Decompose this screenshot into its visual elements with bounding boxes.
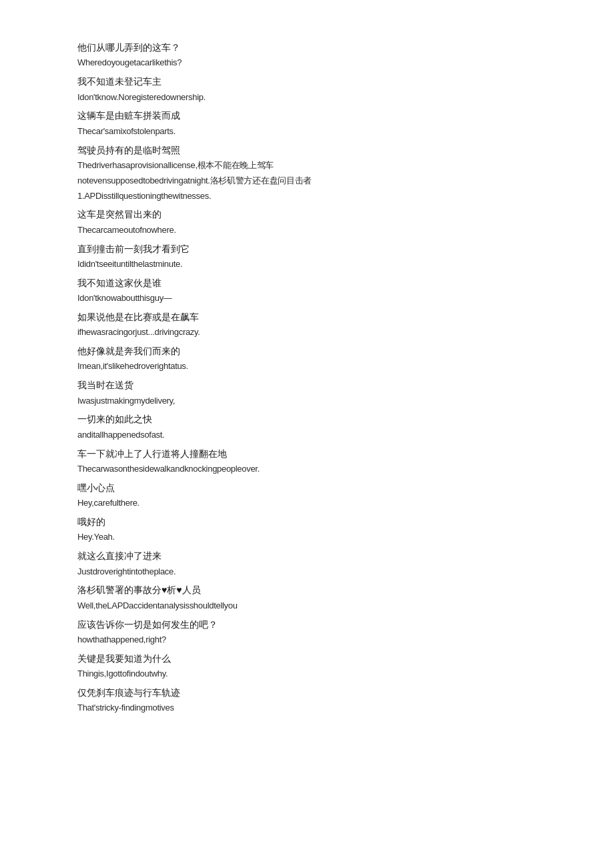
- pair-6: 直到撞击前一刻我才看到它 Ididn'tseeituntilthelastmin…: [77, 242, 537, 272]
- english-text: howthathappened,right?: [77, 633, 537, 647]
- english-text: 1.APDisstillquestioningthewitnesses.: [77, 189, 537, 203]
- chinese-text: 我当时在送货: [77, 378, 537, 392]
- chinese-text: 仅凭刹车痕迹与行车轨迹: [77, 685, 537, 700]
- chinese-text: 车一下就冲上了人行道将人撞翻在地: [77, 446, 537, 461]
- pair-12: 车一下就冲上了人行道将人撞翻在地 Thecarwasonthesidewalka…: [77, 446, 537, 476]
- english-text: That'stricky-findingmotives: [77, 701, 537, 715]
- chinese-text: 如果说他是在比赛或是在飙车: [77, 310, 537, 324]
- english-text: ifhewasracingorjust...drivingcrazy.: [77, 326, 537, 340]
- english-text: Idon'tknowaboutthisguy—: [77, 292, 537, 306]
- english-text: Thecarwasonthesidewalkandknockingpeopleo…: [77, 462, 537, 476]
- english-text: Thedriverhasaprovisionallicense,根本不能在晚上驾…: [77, 159, 537, 173]
- pair-18: 关键是我要知道为什么 Thingis,Igottofindoutwhy.: [77, 651, 537, 681]
- pair-9: 他好像就是奔我们而来的 Imean,it'slikehedroverightat…: [77, 344, 537, 374]
- english-text: Thecarcameoutofnowhere.: [77, 224, 537, 238]
- english-text: Thingis,Igottofindoutwhy.: [77, 667, 537, 681]
- english-text: Iwasjustmakingmydelivery,: [77, 394, 537, 408]
- english-text: Thecar'samixofstolenparts.: [77, 125, 537, 139]
- chinese-text: 关键是我要知道为什么: [77, 651, 537, 666]
- pair-13: 嘿小心点 Hey,carefulthere.: [77, 480, 537, 510]
- chinese-text: 他好像就是奔我们而来的: [77, 344, 537, 358]
- pair-3: 这辆车是由赃车拼装而成 Thecar'samixofstolenparts.: [77, 108, 537, 138]
- english-text: Wheredoyougetacarlikethis?: [77, 56, 537, 70]
- chinese-text: 就这么直接冲了进来: [77, 548, 537, 563]
- english-text: Idon'tknow.Noregisteredownership.: [77, 91, 537, 105]
- pair-14: 哦好的 Hey.Yeah.: [77, 514, 537, 544]
- english-text: notevensupposedtobedrivingatnight.洛杉矶警方还…: [77, 174, 537, 188]
- pair-15: 就这么直接冲了进来 Justdroverightintotheplace.: [77, 548, 537, 578]
- chinese-text: 这辆车是由赃车拼装而成: [77, 108, 537, 123]
- english-text: Hey.Yeah.: [77, 530, 537, 544]
- chinese-text: 他们从哪儿弄到的这车？: [77, 40, 537, 55]
- pair-17: 应该告诉你一切是如何发生的吧？ howthathappened,right?: [77, 617, 537, 647]
- english-text: anditallhappenedsofast.: [77, 428, 537, 442]
- chinese-text: 应该告诉你一切是如何发生的吧？: [77, 617, 537, 632]
- pair-7: 我不知道这家伙是谁 Idon'tknowaboutthisguy—: [77, 276, 537, 306]
- english-text: Ididn'tseeituntilthelastminute.: [77, 258, 537, 272]
- pair-19: 仅凭刹车痕迹与行车轨迹 That'stricky-findingmotives: [77, 685, 537, 715]
- pair-8: 如果说他是在比赛或是在飙车 ifhewasracingorjust...driv…: [77, 310, 537, 340]
- pair-2: 我不知道未登记车主 Idon'tknow.Noregisteredownersh…: [77, 74, 537, 104]
- chinese-text: 驾驶员持有的是临时驾照: [77, 143, 537, 157]
- chinese-text: 嘿小心点: [77, 480, 537, 495]
- main-content: 他们从哪儿弄到的这车？ Wheredoyougetacarlikethis? 我…: [77, 40, 537, 715]
- chinese-text: 直到撞击前一刻我才看到它: [77, 242, 537, 256]
- english-text: Hey,carefulthere.: [77, 496, 537, 510]
- english-text: Justdroverightintotheplace.: [77, 565, 537, 579]
- pair-16: 洛杉矶警署的事故分♥析♥人员 Well,theLAPDaccidentanaly…: [77, 582, 537, 612]
- chinese-text: 一切来的如此之快: [77, 412, 537, 426]
- chinese-text: 我不知道这家伙是谁: [77, 276, 537, 290]
- chinese-text: 哦好的: [77, 514, 537, 529]
- english-text: Well,theLAPDaccidentanalysisshouldtellyo…: [77, 599, 537, 613]
- chinese-text: 这车是突然冒出来的: [77, 207, 537, 222]
- pair-11: 一切来的如此之快 anditallhappenedsofast.: [77, 412, 537, 442]
- english-text: Imean,it'slikehedroverightatus.: [77, 360, 537, 374]
- pair-10: 我当时在送货 Iwasjustmakingmydelivery,: [77, 378, 537, 408]
- pair-4: 驾驶员持有的是临时驾照 Thedriverhasaprovisionallice…: [77, 143, 537, 203]
- pair-1: 他们从哪儿弄到的这车？ Wheredoyougetacarlikethis?: [77, 40, 537, 70]
- chinese-text: 洛杉矶警署的事故分♥析♥人员: [77, 582, 537, 597]
- pair-5: 这车是突然冒出来的 Thecarcameoutofnowhere.: [77, 207, 537, 237]
- chinese-text: 我不知道未登记车主: [77, 74, 537, 89]
